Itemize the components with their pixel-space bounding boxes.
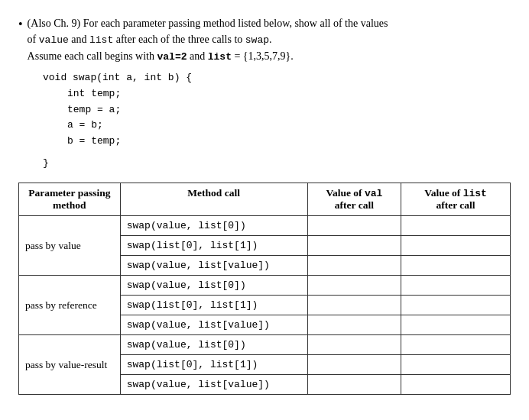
pass-by-value-result-label: pass by value-result: [19, 335, 121, 395]
table-header-row: Parameter passingmethod Method call Valu…: [19, 183, 511, 216]
list-init: list: [208, 51, 232, 63]
pbvr-call2: swap(list[0], list[1]): [120, 355, 307, 375]
code-line5: b = temp;: [67, 134, 511, 150]
pbv-val1: [307, 216, 401, 236]
pbvr-val2: [307, 355, 401, 375]
code-line3: temp = a;: [67, 102, 511, 118]
pbr-call3: swap(value, list[value]): [120, 315, 307, 335]
pass-by-value-label: pass by value: [19, 216, 121, 276]
pbr-list3: [401, 315, 511, 335]
intro-line1: (Also Ch. 9) For each parameter passing …: [28, 15, 511, 31]
pbvr-call1: swap(value, list[0]): [120, 335, 307, 355]
pbv-val3: [307, 256, 401, 276]
pbv-list1: [401, 216, 511, 236]
code-line1: void swap(int a, int b) {: [43, 70, 511, 86]
pass-by-reference-label: pass by reference: [19, 276, 121, 335]
pbv-val2: [307, 236, 401, 256]
pbvr-call3: swap(value, list[value]): [120, 375, 307, 395]
header-param-method: Parameter passingmethod: [19, 183, 121, 216]
code-line2: int temp;: [67, 86, 511, 102]
code-closing-brace: }: [43, 156, 511, 171]
swap-keyword: swap: [245, 34, 269, 46]
pbr-list2: [401, 296, 511, 315]
pbv-call3: swap(value, list[value]): [120, 256, 307, 276]
list-keyword: list: [89, 34, 113, 46]
header-val-after: Value of valafter call: [307, 183, 401, 216]
pbvr-val1: [307, 335, 401, 355]
header-method-call: Method call: [120, 183, 307, 216]
bullet-point: •: [18, 15, 23, 34]
val-init: val=2: [157, 51, 187, 63]
pbv-call2: swap(list[0], list[1]): [120, 236, 307, 256]
pbr-list1: [401, 276, 511, 296]
intro-line2: of value and list after each of the thre…: [28, 31, 511, 48]
intro-line3: Assume each call begins with val=2 and l…: [28, 48, 511, 65]
pbvr-list2: [401, 355, 511, 375]
intro-section: • (Also Ch. 9) For each parameter passin…: [18, 15, 511, 170]
header-list-after: Value of listafter call: [401, 183, 511, 216]
value-keyword: value: [39, 34, 69, 46]
table-row: pass by value swap(value, list[0]): [19, 216, 511, 236]
pbv-call1: swap(value, list[0]): [120, 216, 307, 236]
code-line4: a = b;: [67, 118, 511, 134]
parameter-table: Parameter passingmethod Method call Valu…: [18, 183, 511, 395]
pbvr-list1: [401, 335, 511, 355]
table-row: pass by reference swap(value, list[0]): [19, 276, 511, 296]
code-block: void swap(int a, int b) { int temp; temp…: [43, 70, 511, 150]
pbr-call2: swap(list[0], list[1]): [120, 296, 307, 315]
pbr-val1: [307, 276, 401, 296]
table-row: pass by value-result swap(value, list[0]…: [19, 335, 511, 355]
pbvr-val3: [307, 375, 401, 395]
pbv-list2: [401, 236, 511, 256]
pbr-val3: [307, 315, 401, 335]
pbv-list3: [401, 256, 511, 276]
pbvr-list3: [401, 375, 511, 395]
pbr-val2: [307, 296, 401, 315]
pbr-call1: swap(value, list[0]): [120, 276, 307, 296]
